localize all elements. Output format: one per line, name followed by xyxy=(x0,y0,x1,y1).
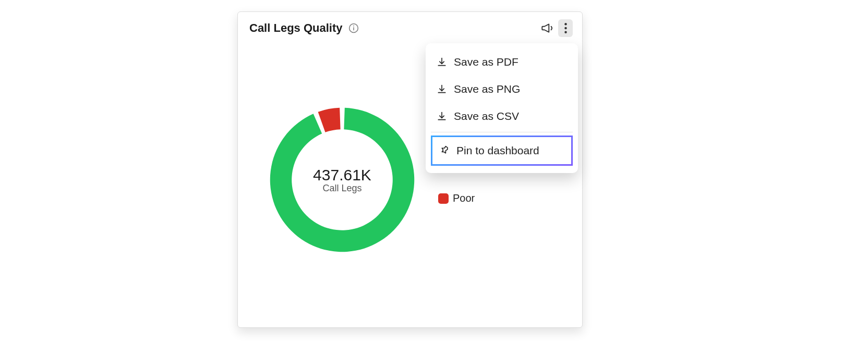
legend-item-poor[interactable]: Poor xyxy=(438,192,475,204)
menu-item-label: Save as PDF xyxy=(454,56,519,68)
megaphone-icon[interactable] xyxy=(540,21,554,35)
menu-item-label: Pin to dashboard xyxy=(456,144,539,157)
svg-point-3 xyxy=(564,23,566,25)
menu-item-save-pdf[interactable]: Save as PDF xyxy=(426,48,578,76)
svg-point-4 xyxy=(564,27,566,29)
download-icon xyxy=(436,110,448,122)
options-menu: Save as PDF Save as PNG Save as CSV Pin … xyxy=(426,43,578,173)
donut-chart: 437.61K Call Legs xyxy=(267,105,417,255)
call-legs-quality-card: Call Legs Quality 437.61K Call Legs xyxy=(237,11,583,328)
menu-item-pin-dashboard[interactable]: Pin to dashboard xyxy=(431,136,573,166)
menu-item-label: Save as PNG xyxy=(454,83,520,95)
menu-item-label: Save as CSV xyxy=(454,110,519,122)
info-icon[interactable] xyxy=(348,22,359,34)
menu-separator xyxy=(431,132,573,132)
donut-segment-poor[interactable] xyxy=(318,108,341,132)
menu-item-save-csv[interactable]: Save as CSV xyxy=(426,103,578,130)
card-header: Call Legs Quality xyxy=(238,12,582,37)
legend-label-poor: Poor xyxy=(453,192,475,204)
legend-swatch-poor xyxy=(438,193,449,204)
download-icon xyxy=(436,83,448,95)
svg-point-2 xyxy=(353,26,354,27)
download-icon xyxy=(436,56,448,68)
menu-item-save-png[interactable]: Save as PNG xyxy=(426,76,578,103)
donut-segment-good[interactable] xyxy=(270,108,414,252)
pin-icon xyxy=(439,145,450,156)
card-title: Call Legs Quality xyxy=(249,21,343,35)
svg-point-5 xyxy=(564,31,566,33)
more-options-button[interactable] xyxy=(558,19,573,37)
